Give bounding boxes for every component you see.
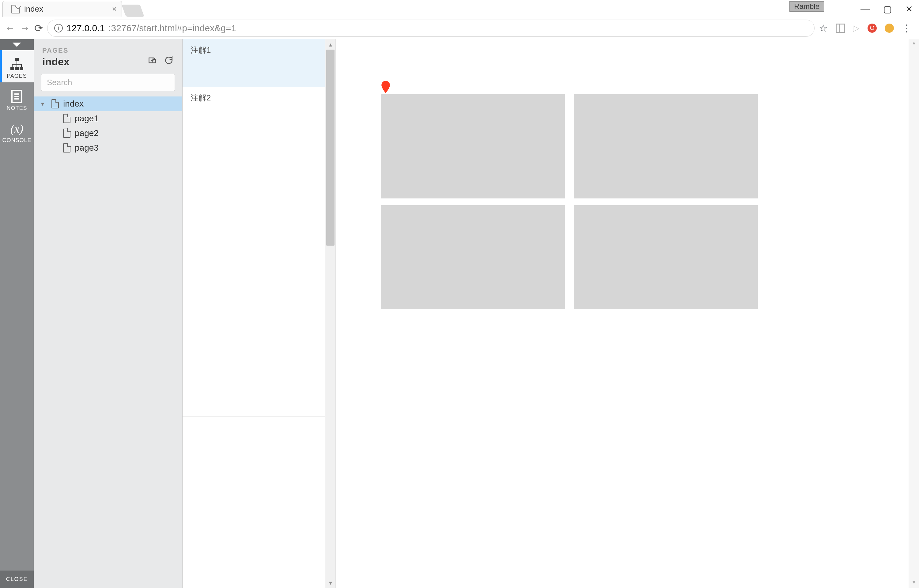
note-slot[interactable] xyxy=(183,539,336,588)
sidebar-heading: PAGES xyxy=(42,47,144,55)
tab-title: index xyxy=(24,4,43,14)
placeholder-box xyxy=(574,205,758,309)
note-item[interactable]: 注解1 xyxy=(183,39,336,87)
collapse-rail-button[interactable] xyxy=(0,39,34,50)
annotation-pin-icon[interactable] xyxy=(381,81,390,94)
tree-item-page2[interactable]: page2 xyxy=(34,126,182,141)
prototype-canvas[interactable]: ▴ ▾ xyxy=(336,39,919,588)
panel-icon[interactable] xyxy=(836,24,845,33)
forward-icon[interactable]: → xyxy=(19,22,30,34)
browser-tab-strip: index × xyxy=(0,0,919,17)
maximize-icon[interactable]: ▢ xyxy=(883,4,892,15)
app-root: PAGES NOTES (x) CONSOLE CLOSE PAGES inde… xyxy=(0,39,919,588)
tree-item-page1[interactable]: page1 xyxy=(34,111,182,126)
scroll-thumb[interactable] xyxy=(326,50,334,246)
url-rest: :32767/start.html#p=index&g=1 xyxy=(108,23,236,33)
minimize-icon[interactable]: — xyxy=(861,4,870,15)
note-item[interactable]: 注解2 xyxy=(183,87,336,109)
note-slot[interactable] xyxy=(183,478,336,539)
file-icon xyxy=(11,5,20,13)
export-icon[interactable] xyxy=(147,55,157,66)
close-window-icon[interactable]: ✕ xyxy=(905,4,913,15)
sidebar-header: PAGES index xyxy=(34,39,182,71)
current-page-name: index xyxy=(42,56,144,68)
notes-icon xyxy=(0,88,34,105)
window-controls: — ▢ ✕ xyxy=(861,4,913,15)
ramble-badge: Ramble xyxy=(790,1,824,11)
variable-icon: (x) xyxy=(0,120,34,137)
svg-rect-3 xyxy=(19,67,23,70)
sitemap-icon xyxy=(0,56,34,73)
page-icon xyxy=(63,143,71,152)
canvas-scrollbar[interactable]: ▴ ▾ xyxy=(909,39,919,588)
page-icon xyxy=(63,129,71,138)
close-tab-icon[interactable]: × xyxy=(112,4,117,14)
rail-item-pages[interactable]: PAGES xyxy=(0,50,34,82)
url-host: 127.0.0.1 xyxy=(66,23,105,33)
scroll-up-icon[interactable]: ▴ xyxy=(909,39,919,48)
scroll-up-icon[interactable]: ▴ xyxy=(325,39,336,50)
new-tab-button[interactable] xyxy=(122,5,145,17)
chevron-down-icon[interactable]: ▾ xyxy=(41,100,47,108)
svg-rect-7 xyxy=(21,64,22,67)
notes-panel: 注解1 注解2 ▴ ▾ xyxy=(183,39,336,588)
notes-scrollbar[interactable]: ▴ ▾ xyxy=(325,39,336,588)
svg-rect-2 xyxy=(15,67,19,70)
scroll-down-icon[interactable]: ▾ xyxy=(909,579,919,588)
rail-item-notes[interactable]: NOTES xyxy=(0,82,34,115)
page-icon xyxy=(63,114,71,123)
tree-label: index xyxy=(63,99,84,109)
placeholder-grid xyxy=(381,94,758,309)
cursor-icon[interactable]: ▷ xyxy=(853,23,859,33)
refresh-icon[interactable] xyxy=(164,55,174,66)
svg-rect-6 xyxy=(12,64,13,67)
reload-icon[interactable]: ⟳ xyxy=(34,22,43,34)
svg-rect-8 xyxy=(16,64,17,67)
rail-label: CONSOLE xyxy=(0,137,34,144)
search-input[interactable] xyxy=(41,74,175,91)
page-tree: ▾ index page1 page2 page3 xyxy=(34,97,182,155)
rail-item-console[interactable]: (x) CONSOLE xyxy=(0,115,34,147)
note-slot[interactable] xyxy=(183,417,336,478)
rail-close-button[interactable]: CLOSE xyxy=(0,570,34,588)
back-icon[interactable]: ← xyxy=(5,22,15,34)
tree-label: page2 xyxy=(75,128,99,138)
browser-nav-bar: ← → ⟳ i 127.0.0.1:32767/start.html#p=ind… xyxy=(0,17,919,39)
extension-orange-icon[interactable] xyxy=(885,24,894,33)
tree-item-page3[interactable]: page3 xyxy=(34,141,182,155)
page-icon xyxy=(52,99,59,108)
tree-label: page3 xyxy=(75,143,99,153)
site-info-icon[interactable]: i xyxy=(54,24,63,32)
tree-label: page1 xyxy=(75,114,99,123)
svg-rect-0 xyxy=(15,58,19,61)
browser-tab[interactable]: index × xyxy=(2,1,122,17)
menu-icon[interactable]: ⋮ xyxy=(902,23,912,34)
address-bar[interactable]: i 127.0.0.1:32767/start.html#p=index&g=1 xyxy=(47,19,814,37)
pages-sidebar: PAGES index ▾ index page1 page2 xyxy=(34,39,183,588)
rail-label: PAGES xyxy=(0,73,34,79)
svg-rect-1 xyxy=(10,67,14,70)
placeholder-box xyxy=(381,205,565,309)
tree-item-index[interactable]: ▾ index xyxy=(34,97,182,111)
placeholder-box xyxy=(381,94,565,199)
extension-o-icon[interactable]: O xyxy=(867,24,877,33)
bookmark-icon[interactable]: ☆ xyxy=(819,23,828,34)
rail-label: NOTES xyxy=(0,105,34,111)
tool-rail: PAGES NOTES (x) CONSOLE CLOSE xyxy=(0,39,34,588)
placeholder-box xyxy=(574,94,758,199)
scroll-down-icon[interactable]: ▾ xyxy=(325,578,336,588)
